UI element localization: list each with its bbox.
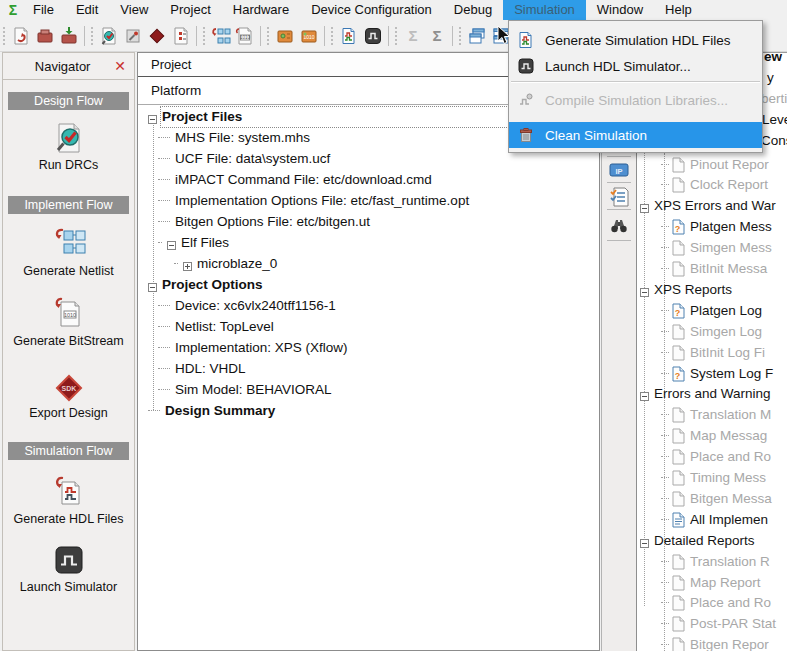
report-tree-row[interactable]: Translation R (637, 551, 787, 572)
save-file-icon (11, 26, 31, 46)
report-tree-row[interactable]: BitInit Log Fi (637, 342, 787, 363)
report-tree-row[interactable]: Map Report (637, 572, 787, 593)
close-icon[interactable]: ✕ (114, 59, 126, 73)
menu-project[interactable]: Project (159, 0, 221, 20)
toolbar-drag-handle[interactable] (395, 27, 397, 45)
checklist-icon (608, 186, 630, 208)
toolbar-drag-handle[interactable] (331, 27, 333, 45)
open-project-button[interactable] (33, 24, 57, 48)
tree-row[interactable]: Device: xc6vlx240tff1156-1 (138, 295, 599, 316)
generate-bitstream-button[interactable]: 1010 (233, 24, 257, 48)
report-tree-row[interactable]: Translation M (637, 404, 787, 425)
tree-row[interactable]: iMPACT Command File: etc/download.cmd (138, 169, 599, 190)
menu-file[interactable]: File (22, 0, 65, 20)
report-tree-row[interactable]: Errors and Warning (637, 383, 787, 404)
collapse-icon[interactable] (167, 238, 176, 247)
menu-simulation[interactable]: Simulation (503, 0, 586, 20)
menu-view[interactable]: View (109, 0, 159, 20)
expand-icon[interactable] (183, 259, 192, 268)
collapse-icon[interactable] (640, 389, 649, 398)
nav-item-export-design[interactable]: SDKExport Design (3, 368, 134, 420)
menu-edit[interactable]: Edit (65, 0, 109, 20)
toolbar-separator (260, 26, 261, 46)
tree-row[interactable]: Netlist: TopLevel (138, 316, 599, 337)
toolbar-drag-handle[interactable] (3, 27, 5, 45)
nav-item-launch-simulator[interactable]: Launch Simulator (3, 542, 134, 594)
tree-row[interactable]: Implementation Options File: etc/fast_ru… (138, 190, 599, 211)
launch-simulator-button[interactable] (361, 24, 385, 48)
export-sdk-button[interactable] (145, 24, 169, 48)
cascade-windows-button[interactable] (465, 24, 489, 48)
nav-item-generate-hdl-files[interactable]: Generate HDL Files (3, 474, 134, 526)
tree-row[interactable]: Implementation: XPS (Xflow) (138, 337, 599, 358)
menu-window[interactable]: Window (586, 0, 654, 20)
menu-hardware[interactable]: Hardware (222, 0, 300, 20)
generate-sim-hdl-button[interactable] (337, 24, 361, 48)
report-tree-row[interactable]: Pinout Repor (637, 154, 787, 175)
sigma-light-button[interactable]: Σ (401, 24, 425, 48)
report-tree-row[interactable]: ?Platgen Mess (637, 216, 787, 237)
collapse-icon[interactable] (640, 201, 649, 210)
nav-item-run-drcs[interactable]: Run DRCs (3, 120, 134, 172)
report-tree-row[interactable]: Simgen Mess (637, 237, 787, 258)
toolbar-drag-handle[interactable] (267, 27, 269, 45)
sigma-dark-button[interactable]: Σ (425, 24, 449, 48)
tree-row-label: Bitgen Options File: etc/bitgen.ut (175, 214, 370, 229)
report-tree-row[interactable]: Place and Ro (637, 592, 787, 613)
tree-connector (661, 561, 669, 562)
checklist-button[interactable] (608, 186, 630, 208)
collapse-icon[interactable] (148, 112, 157, 121)
report-tree-row[interactable]: Place and Ro (637, 446, 787, 467)
report-tree-row[interactable]: Map Messag (637, 425, 787, 446)
tree-row[interactable]: Elf Files (138, 232, 599, 253)
report-tree-row[interactable]: XPS Reports (637, 279, 787, 300)
menu-item-launch-hdl-simulator[interactable]: Launch HDL Simulator... (509, 54, 762, 78)
binoculars-button[interactable] (608, 214, 630, 236)
report-tree-row[interactable]: BitInit Messa (637, 258, 787, 279)
run-drcs-button[interactable] (97, 24, 121, 48)
ip-catalog-button[interactable]: IP (608, 159, 630, 181)
tree-row-label: Implementation Options File: etc/fast_ru… (175, 193, 469, 208)
report-tree-row[interactable]: ?Platgen Log (637, 300, 787, 321)
tree-row[interactable]: Project Options (138, 274, 599, 295)
toolbar-drag-handle[interactable] (203, 27, 205, 45)
nav-item-generate-netlist[interactable]: Generate Netlist (3, 226, 134, 278)
view-ports-button[interactable] (121, 24, 145, 48)
tree-row[interactable]: Bitgen Options File: etc/bitgen.ut (138, 211, 599, 232)
generate-netlist-button[interactable] (209, 24, 233, 48)
menu-debug[interactable]: Debug (443, 0, 503, 20)
toolbar-drag-handle[interactable] (91, 27, 93, 45)
menu-item-clean-simulation[interactable]: Clean Simulation (509, 122, 762, 148)
report-tree-row[interactable]: Clock Report (637, 174, 787, 195)
report-tree-label: All Implemen (690, 512, 768, 527)
nav-item-generate-bitstream[interactable]: 1010Generate BitStream (3, 296, 134, 348)
menu-device-configuration[interactable]: Device Configuration (300, 0, 443, 20)
download-bitstream-button[interactable]: 1010 (297, 24, 321, 48)
tree-row[interactable]: Sim Model: BEHAVIORAL (138, 379, 599, 400)
download-bitstream-icon: 1010 (299, 26, 319, 46)
tree-connector (661, 164, 669, 165)
report-tree-row[interactable]: Detailed Reports (637, 530, 787, 551)
report-tree-row[interactable]: Simgen Log (637, 321, 787, 342)
report-tree-row[interactable]: ?System Log F (637, 363, 787, 384)
report-tree-row[interactable]: XPS Errors and War (637, 195, 787, 216)
menu-help[interactable]: Help (654, 0, 703, 20)
collapse-icon[interactable] (640, 285, 649, 294)
doc-icon (672, 261, 685, 277)
report-tree-row[interactable]: Bitgen Messa (637, 488, 787, 509)
tree-row[interactable]: Design Summary (138, 400, 599, 421)
toolbar-drag-handle[interactable] (459, 27, 461, 45)
save-file-button[interactable] (9, 24, 33, 48)
collapse-icon[interactable] (640, 536, 649, 545)
collapse-icon[interactable] (148, 280, 157, 289)
report-tree-row[interactable]: Bitgen Repor (637, 634, 787, 651)
tree-row[interactable]: HDL: VHDL (138, 358, 599, 379)
report-tree-row[interactable]: All Implemen (637, 509, 787, 530)
program-device-button[interactable] (273, 24, 297, 48)
debug-module-button[interactable] (169, 24, 193, 48)
report-tree-row[interactable]: Post-PAR Stat (637, 613, 787, 634)
import-design-button[interactable] (57, 24, 81, 48)
menu-item-generate-simulation-hdl-files[interactable]: Generate Simulation HDL Files (509, 28, 762, 52)
report-tree-row[interactable]: Timing Mess (637, 467, 787, 488)
tree-row[interactable]: microblaze_0 (138, 253, 599, 274)
